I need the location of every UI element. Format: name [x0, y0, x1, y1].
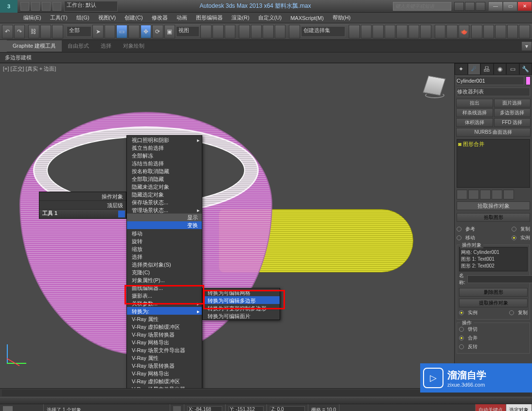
snap-icon[interactable]: [239, 25, 250, 38]
coord-x[interactable]: X: -84.168: [187, 406, 222, 411]
opt-instance[interactable]: 实例: [520, 234, 530, 241]
ctx2-item-vray-mesh-export[interactable]: V-Ray 网格导出: [127, 338, 202, 346]
ctx1-item-hide-sel[interactable]: 隐藏选定对象: [127, 190, 202, 198]
extra3-icon[interactable]: [495, 25, 506, 38]
select-icon[interactable]: ➤: [92, 25, 104, 38]
op-invert[interactable]: 反转: [468, 343, 478, 350]
quad-tool-header[interactable]: 工具 1: [42, 210, 57, 218]
coord-z[interactable]: Z: 0.0: [270, 406, 305, 411]
ctx2-item-move[interactable]: 移动: [127, 229, 202, 237]
ctx2-item-vray-scene-conv[interactable]: V-Ray 场景转换器: [127, 330, 202, 338]
ctx2-item-rotate[interactable]: 旋转: [127, 237, 202, 245]
qat-redo-icon[interactable]: [42, 2, 51, 11]
menu-edit[interactable]: 编辑(E): [19, 13, 45, 22]
viewport-label[interactable]: [+] [正交] [真实 + 边面]: [3, 65, 56, 72]
pctsnap-icon[interactable]: [263, 25, 274, 38]
modifier-stack[interactable]: ◙ 图形合并: [457, 139, 530, 188]
menu-animation[interactable]: 动画: [173, 13, 191, 22]
ctx1-item-freeze[interactable]: 冻结当前选择: [127, 159, 202, 167]
curve-editor-icon[interactable]: [396, 25, 408, 38]
select-rect-icon[interactable]: ▭: [116, 25, 127, 38]
track-bar[interactable]: [0, 397, 532, 404]
menu-group[interactable]: 组(G): [72, 13, 93, 22]
ctx2-item-select-similar[interactable]: 选择类似对象(S): [127, 260, 202, 268]
ctx2-item-vray-scene-conv2[interactable]: V-Ray 场景转换器: [127, 361, 202, 369]
lock-icon[interactable]: [173, 406, 181, 411]
operand-0[interactable]: 网格: Cylinder001: [461, 249, 526, 256]
move-icon[interactable]: ✥: [141, 25, 152, 38]
qat-new-icon[interactable]: [20, 2, 29, 11]
named-selection-dropdown[interactable]: 创建选择集: [301, 26, 345, 37]
btn-vol-select[interactable]: 体积选择: [456, 118, 493, 127]
pin-stack-icon[interactable]: [457, 190, 467, 199]
btn-patch-select[interactable]: 面片选择: [494, 99, 531, 107]
ctx1-item-unfreeze-all[interactable]: 全部解冻: [127, 151, 202, 159]
manip-icon[interactable]: [213, 25, 224, 38]
layers-icon[interactable]: [372, 25, 384, 38]
ctx1-item-unhide-name[interactable]: 按名称取消隐藏: [127, 167, 202, 175]
infocenter-icon[interactable]: [454, 2, 464, 11]
btn-nurbs-select[interactable]: NURBS 曲面选择: [456, 128, 531, 137]
sub-item-deform-poly[interactable]: 转换为可变形抑制多边形: [203, 304, 280, 312]
ctx2-item-select[interactable]: 选择: [127, 252, 202, 260]
selection-filter-dropdown[interactable]: 全部: [67, 26, 92, 37]
unique-icon[interactable]: [480, 190, 491, 199]
ctx1-item-hide-unsel[interactable]: 隐藏未选定对象: [127, 182, 202, 190]
spinnersnap-icon[interactable]: [275, 25, 286, 38]
extra5-icon[interactable]: [519, 25, 530, 38]
ctx2-item-vray-scene-export2[interactable]: V-Ray 场景文件导出器: [127, 385, 202, 388]
align-icon[interactable]: [361, 25, 372, 38]
app-logo[interactable]: 3: [0, 0, 18, 13]
ribbon-grip-icon[interactable]: [0, 40, 7, 52]
ctx1-item-unhide-all[interactable]: 全部取消隐藏: [127, 175, 202, 182]
ribbon-tab-freeform[interactable]: 自由形式: [62, 40, 95, 52]
configure-icon[interactable]: [503, 190, 514, 199]
operands-list[interactable]: 网格: Cylinder001 图形 1: Text001 图形 2: Text…: [459, 247, 528, 271]
rollout-pick[interactable]: 拾取操作对象: [457, 201, 530, 210]
object-color-swatch[interactable]: [526, 76, 531, 85]
tab-create-icon[interactable]: ✦: [455, 63, 468, 75]
menu-customize[interactable]: 自定义(U): [254, 13, 285, 22]
schematic-icon[interactable]: [408, 25, 420, 38]
qat-undo-icon[interactable]: [31, 2, 40, 11]
redo-icon[interactable]: ↷: [14, 25, 25, 38]
render-icon[interactable]: 🫖: [459, 25, 470, 38]
op-merge[interactable]: 合并: [468, 335, 478, 341]
tab-hierarchy-icon[interactable]: 品: [480, 63, 494, 75]
autokey-button[interactable]: 自动关键点: [476, 404, 506, 411]
scale-icon[interactable]: ▣: [164, 25, 176, 38]
sub-item-editable-mesh[interactable]: 转换为可编辑网格: [203, 288, 280, 296]
pivot-icon[interactable]: [200, 25, 212, 38]
menu-maxscript[interactable]: MAXScript(M): [286, 14, 327, 22]
menu-rendering[interactable]: 渲染(R): [228, 13, 253, 22]
extract-instance[interactable]: 实例: [468, 309, 478, 316]
ctx2-item-convert-to[interactable]: 转换为:: [127, 307, 202, 315]
ribbon-toggle-icon[interactable]: [385, 25, 396, 38]
menu-tools[interactable]: 工具(T): [46, 13, 71, 22]
render-frame-icon[interactable]: [446, 25, 458, 38]
link-icon[interactable]: ⛓: [28, 25, 39, 38]
render-setup-icon[interactable]: [435, 25, 446, 38]
opt-copy[interactable]: 复制: [520, 226, 530, 232]
ribbon-tab-paint[interactable]: 对象绘制: [117, 40, 150, 52]
viewport[interactable]: [+] [正交] [真实 + 边面] 操作对象 顶层级 工具 1 视口照明和阴影…: [0, 63, 454, 388]
ctx2-item-vray-vfb2[interactable]: V-Ray 虚拟帧缓冲区: [127, 377, 202, 385]
btn-spline-select[interactable]: 样条线选择: [456, 108, 493, 117]
extra2-icon[interactable]: [483, 25, 495, 38]
opt-move[interactable]: 移动: [465, 234, 475, 241]
pick-shape-button[interactable]: 拾取图形: [457, 213, 530, 222]
ctx1-item-viewport-lighting[interactable]: 视口照明和阴影: [127, 136, 202, 143]
opt-reference[interactable]: 参考: [465, 226, 475, 232]
tab-display-icon[interactable]: ▭: [506, 63, 519, 75]
ref-coord-dropdown[interactable]: 视图: [176, 26, 199, 37]
ribbon-sublabel[interactable]: 多边形建模: [5, 54, 32, 61]
tab-utilities-icon[interactable]: 🔧: [519, 63, 532, 75]
op-cookie[interactable]: 饼切: [468, 326, 478, 333]
mirror-icon[interactable]: [349, 25, 360, 38]
minimize-button[interactable]: —: [488, 1, 503, 11]
ribbon-minimize-icon[interactable]: ▾: [521, 41, 532, 51]
coord-y[interactable]: Y: -151.312: [229, 406, 264, 411]
operand-2[interactable]: 图形 2: Text002: [461, 263, 526, 269]
menu-help[interactable]: 帮助(H): [329, 13, 355, 22]
ribbon-tab-selection[interactable]: 选择: [95, 40, 117, 52]
